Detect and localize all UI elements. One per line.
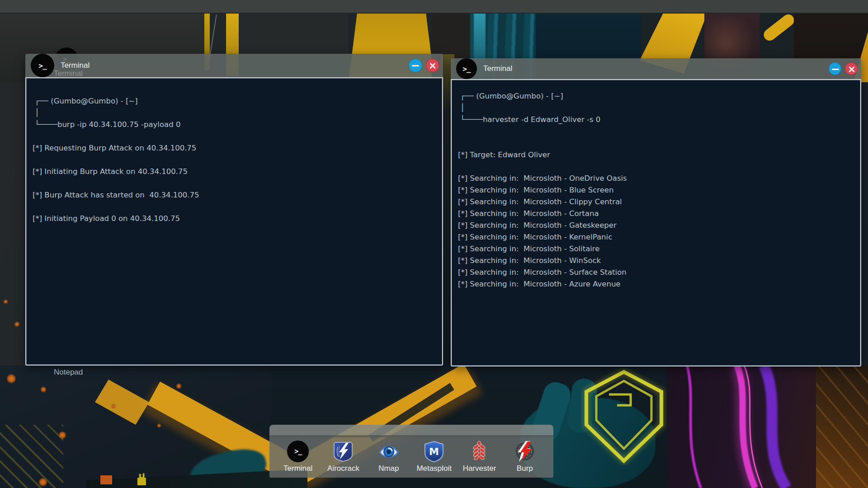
desktop-icon-terminal-label[interactable]: Terminal <box>54 69 83 78</box>
dock-label: Metasploit <box>416 464 451 473</box>
wallpaper-dot <box>176 384 181 389</box>
wallpaper-dot <box>111 404 116 408</box>
terminal-prompt-icon: >_ <box>462 65 470 73</box>
terminal-output: ┌── (Gumbo@Gumbo) - [~] │ └────burp -ip … <box>26 78 442 225</box>
titlebar[interactable]: >_ Terminal <box>451 58 861 79</box>
titlebar[interactable]: >_ Terminal <box>25 54 443 77</box>
wallpaper-dot <box>59 432 66 439</box>
nmap-icon <box>378 441 400 462</box>
terminal-output: ┌── (Gumbo@Gumbo) - [~] │ └────harvester… <box>452 80 860 290</box>
minimize-button[interactable] <box>409 59 422 72</box>
terminal-content[interactable]: ┌── (Gumbo@Gumbo) - [~] │ └────harvester… <box>451 79 861 366</box>
wallpaper-hexagon-badge <box>581 368 667 465</box>
dock-body: >_ Terminal Airocrack <box>269 437 553 478</box>
terminal-window-icon: >_ <box>456 58 477 79</box>
terminal-window-icon: >_ <box>31 54 54 77</box>
dock-handle[interactable] <box>269 425 553 437</box>
window-title: Terminal <box>61 61 409 70</box>
terminal-content[interactable]: ┌── (Gumbo@Gumbo) - [~] │ └────burp -ip … <box>25 77 443 366</box>
airocrack-icon <box>332 441 354 462</box>
window-title: Terminal <box>483 64 829 73</box>
dock-label: Nmap <box>378 464 399 473</box>
desktop-icon-notepad-label[interactable]: Notepad <box>54 368 83 377</box>
terminal-prompt-icon: >_ <box>38 61 46 70</box>
burp-icon <box>514 441 536 462</box>
dock-item-metasploit[interactable]: M Metasploit <box>411 437 457 478</box>
dock-label: Terminal <box>283 464 312 473</box>
minimize-button[interactable] <box>829 62 841 75</box>
dock-item-airocrack[interactable]: Airocrack <box>321 437 366 478</box>
wallpaper-dot <box>14 322 19 327</box>
dock-item-harvester[interactable]: Harvester <box>457 437 502 478</box>
wallpaper-shape <box>100 475 112 484</box>
dock-item-terminal[interactable]: >_ Terminal <box>275 437 321 478</box>
dock-item-nmap[interactable]: Nmap <box>366 437 411 478</box>
dock-item-burp[interactable]: Burp <box>502 437 547 478</box>
wallpaper-dot <box>7 374 16 383</box>
wallpaper-dot <box>157 424 161 427</box>
terminal-window-left: >_ Terminal ┌── (Gumbo@Gumbo) - [~] │ └─… <box>25 54 443 366</box>
desktop: >_ Terminal Notepad >_ Terminal ┌── (Gum… <box>0 0 868 488</box>
dock-label: Burp <box>517 464 533 473</box>
top-panel <box>0 0 868 14</box>
wallpaper-dot <box>4 300 8 304</box>
terminal-icon: >_ <box>287 441 309 462</box>
dock: >_ Terminal Airocrack <box>269 425 553 478</box>
wallpaper-shape <box>816 366 868 488</box>
harvester-icon <box>468 441 490 462</box>
wallpaper-neon-streaks <box>669 366 818 488</box>
close-button[interactable] <box>845 62 858 75</box>
dock-label: Airocrack <box>327 464 359 473</box>
wallpaper-dot <box>41 387 46 392</box>
terminal-window-right: >_ Terminal ┌── (Gumbo@Gumbo) - [~] │ └─… <box>451 58 861 366</box>
metasploit-icon: M <box>423 441 445 462</box>
svg-text:M: M <box>429 446 439 457</box>
wallpaper-shape <box>0 425 63 488</box>
close-button[interactable] <box>426 59 439 72</box>
dock-label: Harvester <box>463 464 496 473</box>
wallpaper-dot <box>39 478 47 486</box>
